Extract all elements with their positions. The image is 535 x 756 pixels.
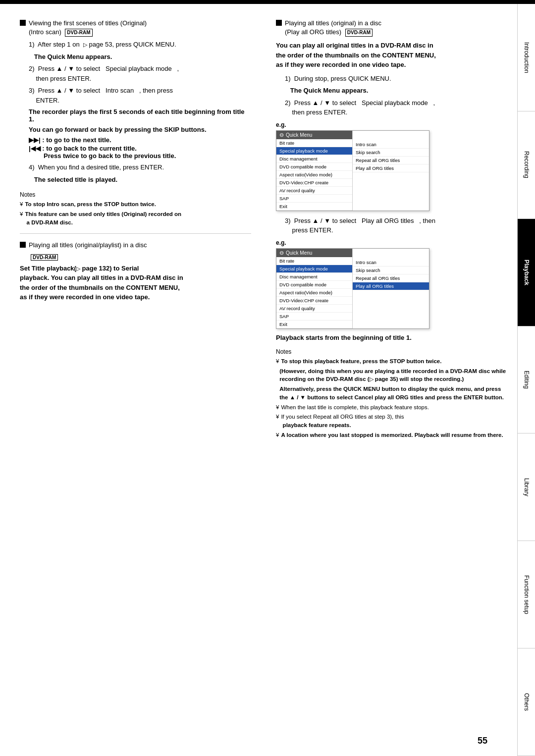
section2-body: Set Title playback(▷ page 132) to Serial… [20,264,251,302]
menu2-item4: DVD compatible mode [276,281,352,289]
sidebar-item-recording[interactable]: Recording [518,111,535,219]
menu2-r-item3: Repeat all ORG titles [353,274,429,282]
forward-icon3: ▷ [370,376,374,383]
menu2-r-item2: Skip search [353,267,429,274]
main-content: Viewing the first scenes of titles (Orig… [0,4,517,756]
skip-note: You can go forward or back by pressing t… [29,126,251,133]
skip-back: |◀◀ : to go back to the current title. P… [29,145,251,160]
eg2-label: e.g. [276,239,507,246]
section1-steps: 1) After step 1 on ▷ page 53, press QUIC… [29,40,251,105]
sidebar-item-function-setup[interactable]: Function setup [518,541,535,648]
step4-container: 4) When you find a desired title, press … [29,162,251,184]
left-column: Viewing the first scenes of titles (Orig… [20,19,256,440]
page-number: 55 [478,736,487,746]
menu2-right: Intro scan Skip search Repeat all ORG ti… [353,249,429,328]
menu1-item3: Disc management [276,155,352,163]
r-step3: 3) Press ▲ / ▼ to select Play all ORG ti… [285,216,507,235]
dvdram-badge2: DVD-RAM [31,254,58,261]
menu2-r-item4: Play all ORG titles [353,282,429,290]
section3-header: Playing all titles (original) in a disc … [276,19,507,37]
sidebar-item-introduction[interactable]: Introduction [518,4,535,111]
recorder-note1: The recorder plays the first 5 seconds o… [29,108,251,123]
dvdram-badge1: DVD-RAM [65,29,92,37]
r-note5: ¥ If you select Repeat all ORG titles at… [276,413,507,429]
r-note1: ¥ To stop this playback feature, press t… [276,357,507,366]
menu1-item6: DVD-Video:CHP create [276,179,352,187]
menu2-item6: DVD-Video:CHP create [276,297,352,305]
skip-fwd: ▶▶| : to go to the next title. [29,136,251,144]
dvdram-badge3: DVD-RAM [345,29,373,37]
menu2-item3: Disc management [276,273,352,281]
menu1-r-item2: Skip search [353,149,429,157]
menu2-item8: SAP [276,313,352,321]
sidebar-item-playback[interactable]: Playback [518,219,535,326]
menu2-item1: Bit rate [276,257,352,265]
menu2-titlebar: ⊖ Quick Menu [276,249,352,257]
forward-icon: ▷ [83,41,87,49]
note2: ¥ This feature can be used only titles (… [20,210,251,226]
sidebar-item-editing[interactable]: Editing [518,326,535,434]
menu2-item9: Exit [276,321,352,328]
r-note2: (However, doing this when you are playin… [276,367,507,384]
eg1-label: e.g. [276,121,507,128]
menu1-item2: Special playback mode [276,147,352,155]
notes-section2: Notes ¥ To stop this playback feature, p… [276,348,507,439]
quick-menu-appears1: The Quick Menu appears. [29,52,251,62]
menu1-left: ⊖ Quick Menu Bit rate Special playback m… [276,131,353,211]
note1: ¥ To stop Intro scan, press the STOP but… [20,200,251,209]
sidebar: Introduction Recording Playback Editing … [517,4,535,756]
section-bullet [20,20,26,26]
section3-title: Playing all titles (original) in a disc … [285,19,381,37]
quick-menu-appears2: The Quick Menu appears. [285,86,507,96]
menu1-item1: Bit rate [276,139,352,147]
notes-title1: Notes [20,191,251,198]
menu-mockup1: ⊖ Quick Menu Bit rate Special playback m… [276,130,429,211]
notes-section1: Notes ¥ To stop Intro scan, press the ST… [20,191,251,226]
menu2-left: ⊖ Quick Menu Bit rate Special playback m… [276,249,353,328]
dvdram-badge2-container: DVD-RAM [29,253,251,261]
step1: 1) After step 1 on ▷ page 53, press QUIC… [29,40,251,50]
r-note3: Alternatively, press the QUICK MENU butt… [276,385,507,401]
r-step3-container: 3) Press ▲ / ▼ to select Play all ORG ti… [285,216,507,235]
section2-title: Playing all titles (original/playlist) i… [29,241,147,250]
theta-icon2: ⊖ [279,250,284,256]
r-note4: ¥ When the last title is complete, this … [276,403,507,412]
section2-bullet [20,242,26,248]
menu2-r-item1: Intro scan [353,259,429,267]
section1-header: Viewing the first scenes of titles (Orig… [20,19,251,37]
section3-bullet [276,20,282,26]
menu1-item5: Aspect ratio(Video mode) [276,171,352,179]
menu1-title: Quick Menu [286,132,312,138]
r-step1: 1) During stop, press QUICK MENU. [285,74,507,84]
press-twice: Press twice to go back to the previous t… [44,152,176,160]
menu1-right: Intro scan Skip search Repeat all ORG ti… [353,131,429,211]
sidebar-item-library[interactable]: Library [518,433,535,541]
menu1-r-item3: Repeat all ORG titles [353,157,429,164]
step4: 4) When you find a desired title, press … [29,162,251,172]
menu1-r-item4: Play all ORG titles [353,164,429,172]
section1-title: Viewing the first scenes of titles (Orig… [29,19,147,37]
playback-starts: Playback starts from the beginning of ti… [276,334,507,341]
section3-steps: 1) During stop, press QUICK MENU. The Qu… [285,74,507,117]
r-step2: 2) Press ▲ / ▼ to select Special playbac… [285,98,507,117]
step3: 3) Press ▲ / ▼ to select Intro scan , th… [29,86,251,105]
r-note6: ¥ A location where you last stopped is m… [276,431,507,439]
menu1-item7: AV record quality [276,187,352,195]
divider [20,233,251,234]
step2: 2) Press ▲ / ▼ to select Special playbac… [29,64,251,83]
menu2-item7: AV record quality [276,305,352,313]
menu1-item4: DVD compatible mode [276,163,352,171]
menu1-r-item1: Intro scan [353,141,429,149]
menu2-item5: Aspect ratio(Video mode) [276,289,352,297]
sidebar-item-others[interactable]: Others [518,648,535,756]
theta-icon1: ⊖ [279,132,284,138]
menu1-titlebar: ⊖ Quick Menu [276,131,352,139]
section2-header: Playing all titles (original/playlist) i… [20,241,251,250]
right-column: Playing all titles (original) in a disc … [271,19,507,440]
notes-title2: Notes [276,348,507,355]
menu1-item9: Exit [276,203,352,211]
top-border [0,0,535,4]
section3-intro: You can play all original titles in a DV… [276,41,507,70]
selected-title: The selected title is played. [29,175,251,185]
forward-icon2: ▷ [76,265,80,273]
